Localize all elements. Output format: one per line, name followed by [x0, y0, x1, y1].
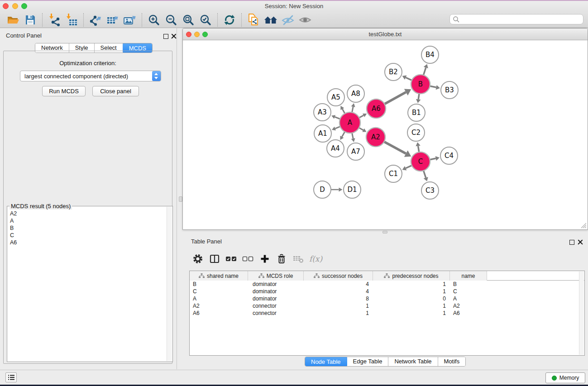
graph-edge-A2-C[interactable] [384, 142, 406, 154]
table-cell[interactable]: A6 [190, 310, 248, 316]
refresh-button[interactable] [221, 12, 238, 28]
table-cell[interactable]: B [450, 281, 487, 287]
table-cell[interactable]: B [190, 281, 248, 287]
graph-edge-B-B3[interactable] [430, 86, 436, 87]
table-cell[interactable]: A6 [450, 310, 487, 316]
table-settings-button[interactable] [189, 251, 206, 267]
function-builder-button[interactable]: f(x) [306, 251, 323, 267]
graph-node-label: D1 [347, 186, 357, 194]
search-input[interactable] [460, 15, 583, 24]
mcds-result-item[interactable]: B [10, 224, 165, 232]
table-cell[interactable]: dominator [248, 295, 304, 302]
table-cell[interactable]: dominator [248, 281, 304, 287]
delete-table-button[interactable] [290, 251, 306, 267]
zoom-fit-button[interactable] [180, 12, 197, 28]
column-header-successor-nodes[interactable]: successor nodes [304, 271, 373, 281]
mcds-result-item[interactable]: A [10, 217, 165, 224]
import-table-button[interactable] [63, 12, 80, 28]
memory-button[interactable]: Memory [545, 372, 585, 383]
zoom-out-button[interactable] [163, 12, 180, 28]
tab-network-table[interactable]: Network Table [388, 357, 438, 366]
table-row[interactable]: Adominator80A [190, 295, 584, 302]
table-row[interactable]: A6connector11A6 [190, 310, 584, 317]
table-row[interactable]: Cdominator41C [190, 288, 584, 295]
horizontal-splitter-handle[interactable] [382, 231, 387, 234]
mcds-result-scrollbar[interactable] [167, 207, 172, 361]
table-cell[interactable]: 1 [373, 303, 450, 309]
houses-icon [263, 14, 278, 26]
float-panel-icon[interactable] [163, 33, 168, 41]
resize-grip-icon[interactable] [581, 223, 587, 229]
export-table-button[interactable] [104, 12, 121, 28]
vertical-splitter-handle[interactable] [179, 196, 182, 202]
export-network-button[interactable] [87, 12, 104, 28]
mcds-result-item[interactable]: C [10, 232, 165, 239]
tab-node-table[interactable]: Node Table [305, 357, 348, 367]
graph-arrowhead [436, 85, 440, 90]
table-cell[interactable]: A2 [450, 303, 487, 309]
table-cell[interactable]: 0 [373, 295, 450, 302]
network-window-titlebar[interactable]: testGlobe.txt [183, 29, 588, 40]
table-cell[interactable]: 4 [304, 281, 373, 287]
import-network-button[interactable] [46, 12, 63, 28]
close-panel-icon[interactable] [171, 33, 177, 41]
table-cell[interactable]: A2 [190, 303, 248, 309]
graph-edge-B-B2[interactable] [406, 77, 412, 81]
table-cell[interactable]: C [450, 288, 487, 295]
table-cell[interactable]: dominator [248, 288, 304, 295]
mcds-result-item[interactable]: A2 [10, 210, 165, 217]
task-history-button[interactable] [5, 372, 17, 382]
network-graph[interactable]: AA1A2A3A4A5A6A7A8BB1B2B3B4CC1C2C3C4DD1 [183, 41, 588, 229]
table-row[interactable]: Bdominator41B [190, 281, 584, 288]
table-row[interactable]: A2connector11A2 [190, 302, 584, 310]
network-canvas[interactable]: AA1A2A3A4A5A6A7A8BB1B2B3B4CC1C2C3C4DD1 [183, 41, 588, 229]
zoom-selected-button[interactable] [197, 12, 214, 28]
add-column-button[interactable] [256, 251, 273, 267]
export-image-button[interactable] [121, 12, 139, 28]
table-cell[interactable]: A [450, 295, 487, 302]
mcds-result-list[interactable]: A2ABCA6 [10, 210, 165, 360]
zoom-in-button[interactable] [145, 12, 163, 28]
deselect-all-button[interactable] [239, 251, 256, 267]
table-cell[interactable]: 1 [373, 281, 450, 287]
table-cell[interactable]: connector [248, 310, 304, 316]
tab-motifs[interactable]: Motifs [438, 357, 466, 366]
table-cell[interactable]: 1 [373, 288, 450, 295]
graph-edge-A6-B[interactable] [384, 92, 406, 105]
table-cell[interactable]: 1 [373, 310, 450, 316]
float-table-panel-icon[interactable] [569, 238, 574, 247]
first-neighbors-button[interactable] [262, 12, 279, 28]
graph-edge-B-B4[interactable] [423, 67, 426, 76]
hide-unselected-button[interactable] [279, 12, 296, 28]
mcds-result-item[interactable]: A6 [10, 239, 165, 246]
duplicate-network-button[interactable] [245, 12, 262, 28]
node-table[interactable]: shared nameMCDS rolesuccessor nodesprede… [189, 271, 585, 356]
graph-edge-C-C3[interactable] [423, 170, 425, 178]
graph-edge-C-C1[interactable] [406, 165, 412, 168]
criterion-dropdown[interactable]: largest connected component (directed) [20, 71, 161, 81]
table-cell[interactable]: 8 [304, 295, 373, 302]
table-cell[interactable]: C [190, 288, 248, 295]
toggle-column-button[interactable] [206, 251, 223, 267]
delete-column-button[interactable] [273, 251, 290, 267]
save-session-button[interactable] [22, 12, 39, 28]
table-cell[interactable]: 1 [304, 303, 373, 309]
table-cell[interactable]: connector [248, 303, 304, 309]
open-file-button[interactable] [5, 12, 22, 28]
table-scrollbar[interactable] [579, 272, 584, 355]
column-header-mcds-role[interactable]: MCDS role [248, 271, 304, 281]
search-field[interactable] [449, 14, 583, 24]
column-header-name[interactable]: name [450, 271, 487, 281]
column-header-shared-name[interactable]: shared name [190, 271, 248, 281]
show-all-button[interactable] [296, 12, 314, 28]
table-cell[interactable]: 4 [304, 288, 373, 295]
tab-edge-table[interactable]: Edge Table [347, 357, 389, 366]
select-all-button[interactable] [223, 251, 239, 267]
table-cell[interactable]: 1 [304, 310, 373, 316]
run-mcds-button[interactable]: Run MCDS [42, 86, 86, 96]
fx-icon: f(x) [307, 254, 322, 263]
column-header-predecessor-nodes[interactable]: predecessor nodes [373, 271, 450, 281]
close-table-panel-icon[interactable] [578, 238, 583, 247]
table-cell[interactable]: A [190, 295, 248, 302]
close-panel-button[interactable]: Close panel [92, 86, 139, 96]
